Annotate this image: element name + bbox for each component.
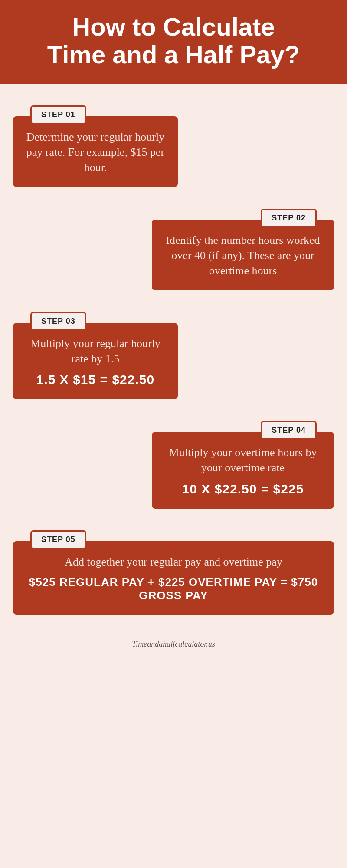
header: How to Calculate Time and a Half Pay? — [0, 0, 347, 84]
step-box-step-04: Multiply your overtime hours by your ove… — [152, 432, 334, 508]
main-content: STEP 01Determine your regular hourly pay… — [0, 105, 347, 632]
step-wrapper-step-05: STEP 05Add together your regular pay and… — [13, 530, 334, 615]
step-formula-step-05: $525 REGULAR PAY + $225 OVERTIME PAY = $… — [26, 575, 321, 602]
step-body-step-05: Add together your regular pay and overti… — [26, 554, 321, 569]
step-label-container-step-01: STEP 01 — [30, 105, 86, 124]
header-title: How to Calculate Time and a Half Pay? — [17, 13, 330, 69]
step-body-step-01: Determine your regular hourly pay rate. … — [26, 129, 165, 175]
step-body-step-02: Identify the number hours worked over 40… — [165, 233, 321, 278]
step-wrapper-step-01: STEP 01Determine your regular hourly pay… — [13, 105, 334, 187]
footer-text: Timeandahalfcalculator.us — [132, 640, 215, 648]
step-label-step-02: STEP 02 — [261, 209, 317, 227]
step-formula-step-04: 10 X $22.50 = $225 — [165, 482, 321, 496]
step-box-step-02: Identify the number hours worked over 40… — [152, 220, 334, 290]
step-label-container-step-04: STEP 04 — [261, 421, 317, 440]
step-formula-step-03: 1.5 X $15 = $22.50 — [26, 372, 165, 387]
step-wrapper-step-04: STEP 04Multiply your overtime hours by y… — [13, 421, 334, 508]
footer: Timeandahalfcalculator.us — [0, 632, 347, 658]
step-label-step-05: STEP 05 — [30, 530, 86, 549]
step-label-container-step-03: STEP 03 — [30, 312, 86, 331]
step-box-step-03: Multiply your regular hourly rate by 1.5… — [13, 323, 178, 399]
step-label-container-step-02: STEP 02 — [261, 209, 317, 227]
step-label-step-04: STEP 04 — [261, 421, 317, 440]
step-label-step-03: STEP 03 — [30, 312, 86, 331]
step-box-step-01: Determine your regular hourly pay rate. … — [13, 116, 178, 187]
step-body-step-04: Multiply your overtime hours by your ove… — [165, 445, 321, 475]
step-box-step-05: Add together your regular pay and overti… — [13, 541, 334, 615]
step-wrapper-step-03: STEP 03Multiply your regular hourly rate… — [13, 312, 334, 399]
step-wrapper-step-02: STEP 02Identify the number hours worked … — [13, 209, 334, 290]
step-body-step-03: Multiply your regular hourly rate by 1.5 — [26, 336, 165, 366]
step-label-container-step-05: STEP 05 — [30, 530, 86, 549]
step-label-step-01: STEP 01 — [30, 105, 86, 124]
